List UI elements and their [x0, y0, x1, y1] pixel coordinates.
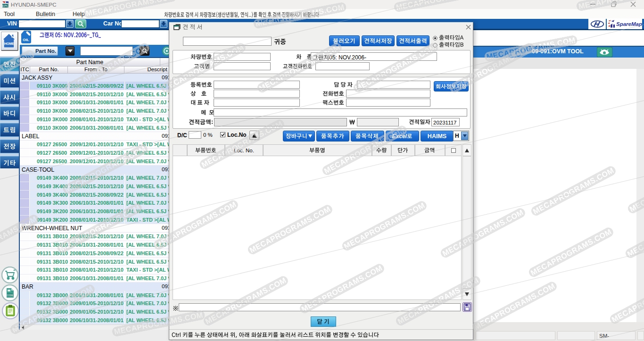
svg-text:EPC: EPC [2, 4, 9, 8]
svg-text:OIL: OIL [23, 38, 29, 42]
svg-text:HOME: HOME [4, 42, 14, 45]
svg-text:CODE: CODE [7, 294, 13, 297]
